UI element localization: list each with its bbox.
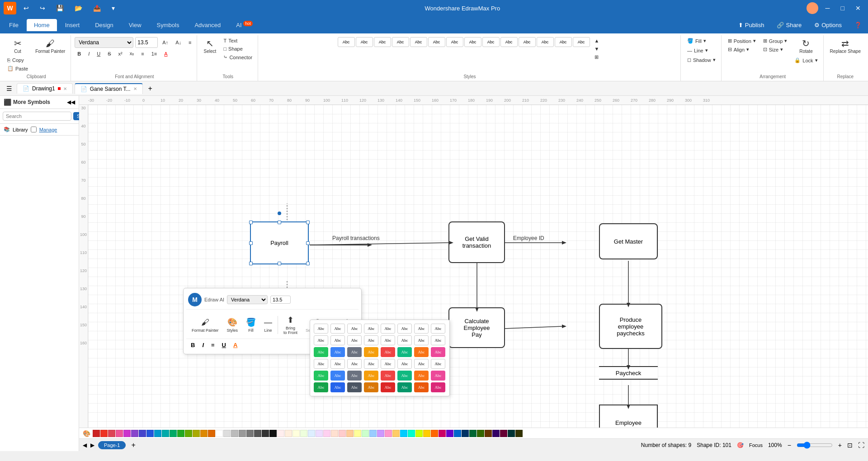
color-swatch-vivid3[interactable]	[415, 430, 423, 437]
manage-link[interactable]: Manage	[39, 127, 57, 132]
style-2-1[interactable]: Abc	[314, 335, 328, 345]
handle-bc[interactable]	[278, 262, 281, 265]
help-button[interactable]: ❓	[850, 20, 866, 30]
ft-bring-front-button[interactable]: ⬆ Bringto Front	[280, 313, 301, 337]
style-6-2[interactable]: Abc	[330, 382, 345, 392]
ft-underline-button[interactable]: U	[219, 341, 229, 349]
color-swatch-dark2[interactable]	[469, 430, 476, 437]
node-employee[interactable]: Employee	[599, 405, 658, 428]
style-2-5[interactable]: Abc	[381, 335, 395, 345]
color-swatch-green1[interactable]	[170, 430, 177, 437]
color-swatch-light1[interactable]	[339, 430, 346, 437]
color-swatch-light4[interactable]	[362, 430, 369, 437]
style-5-5[interactable]: Abc	[381, 371, 395, 381]
color-swatch-orange1[interactable]	[200, 430, 208, 437]
minimize-button[interactable]: ─	[822, 4, 834, 13]
menu-tab-file[interactable]: File	[2, 19, 26, 31]
style-5-1[interactable]: Abc	[314, 371, 328, 381]
color-swatch-light6[interactable]	[377, 430, 384, 437]
style-4-2[interactable]: Abc	[330, 359, 345, 369]
style-item-14[interactable]: Abc	[573, 37, 590, 47]
style-3-3[interactable]: Abc	[347, 347, 362, 357]
font-increase-button[interactable]: A↑	[160, 39, 171, 46]
handle-ml[interactable]	[249, 241, 253, 245]
color-swatch-gray3[interactable]	[239, 430, 246, 437]
style-item-5[interactable]: Abc	[410, 37, 427, 47]
color-swatch-pastel8[interactable]	[331, 430, 338, 437]
style-3-2[interactable]: Abc	[330, 347, 345, 357]
color-swatch-dark7[interactable]	[508, 430, 515, 437]
panel-toggle-button[interactable]: ☰	[4, 84, 15, 93]
style-4-8[interactable]: Abc	[431, 359, 445, 369]
style-4-6[interactable]: Abc	[397, 359, 412, 369]
close-drawing1-button[interactable]: ✕	[63, 86, 67, 91]
color-swatch-cyan1[interactable]	[154, 430, 161, 437]
color-swatch-pastel4[interactable]	[300, 430, 307, 437]
style-1-6[interactable]: Abc	[397, 324, 412, 334]
style-6-6[interactable]: Abc	[397, 382, 412, 392]
bullets-button[interactable]: ≡	[138, 50, 146, 57]
redo-button[interactable]: ↪	[36, 4, 49, 13]
node-get-master[interactable]: Get Master	[599, 223, 658, 259]
node-calc-pay[interactable]: Calculate Employee Pay	[448, 307, 505, 348]
manage-checkbox[interactable]	[31, 127, 37, 132]
rotate-button[interactable]: ↻Rotate	[792, 37, 820, 56]
fill-button[interactable]: 🪣 Fill ▾	[684, 37, 709, 45]
italic-button[interactable]: I	[85, 50, 92, 57]
style-6-1[interactable]: Abc	[314, 382, 328, 392]
color-swatch-vivid5[interactable]	[431, 430, 438, 437]
size-button[interactable]: ⊡ Size ▾	[760, 46, 790, 53]
color-swatch-red3[interactable]	[108, 430, 115, 437]
style-2-6[interactable]: Abc	[397, 335, 412, 345]
color-swatch-light8[interactable]	[392, 430, 400, 437]
font-color-button[interactable]: A	[161, 50, 170, 57]
style-item-8[interactable]: Abc	[464, 37, 481, 47]
style-1-3[interactable]: Abc	[347, 324, 362, 334]
style-5-3[interactable]: Abc	[347, 371, 362, 381]
style-2-8[interactable]: Abc	[431, 335, 445, 345]
style-4-5[interactable]: Abc	[381, 359, 395, 369]
rotation-handle[interactable]	[278, 212, 281, 215]
menu-tab-design[interactable]: Design	[88, 19, 120, 31]
color-swatch-pastel1[interactable]	[277, 430, 284, 437]
color-swatch-green2[interactable]	[177, 430, 184, 437]
style-1-5[interactable]: Abc	[381, 324, 395, 334]
style-5-6[interactable]: Abc	[397, 371, 412, 381]
ft-italic-button[interactable]: I	[199, 341, 207, 349]
handle-br[interactable]	[306, 262, 310, 265]
menu-tab-home[interactable]: Home	[27, 19, 57, 31]
zoom-slider[interactable]	[797, 442, 833, 449]
save-button[interactable]: 💾	[52, 4, 67, 13]
color-swatch-dark1[interactable]	[462, 430, 469, 437]
add-page-button[interactable]: +	[129, 441, 137, 449]
lock-button[interactable]: 🔒 Lock ▾	[792, 56, 820, 64]
format-painter-button[interactable]: 🖌Format Painter	[33, 37, 68, 56]
color-swatch-white[interactable]	[216, 430, 223, 437]
doc-tab-gane-sarson[interactable]: 📄 Gane Sarson T... ✕	[75, 83, 143, 94]
superscript-button[interactable]: x²	[116, 50, 125, 57]
color-swatch-teal1[interactable]	[162, 430, 169, 437]
paste-button[interactable]: 📋Paste	[5, 65, 31, 72]
style-1-2[interactable]: Abc	[330, 324, 345, 334]
color-swatch-blue1[interactable]	[139, 430, 146, 437]
ft-line-button[interactable]: — Line	[260, 316, 276, 334]
align-button[interactable]: ⊟ Align ▾	[725, 46, 759, 53]
style-3-1[interactable]: Abc	[314, 347, 328, 357]
color-swatch-pastel3[interactable]	[292, 430, 300, 437]
style-2-2[interactable]: Abc	[330, 335, 345, 345]
node-paycheck[interactable]: Paycheck	[599, 366, 658, 380]
style-5-4[interactable]: Abc	[364, 371, 378, 381]
handle-tr[interactable]	[306, 221, 310, 224]
color-swatch-dark3[interactable]	[477, 430, 484, 437]
style-3-7[interactable]: Abc	[414, 347, 429, 357]
style-5-2[interactable]: Abc	[330, 371, 345, 381]
color-swatch-vivid7[interactable]	[446, 430, 453, 437]
open-button[interactable]: 📂	[71, 4, 86, 13]
color-swatch-gray6[interactable]	[262, 430, 269, 437]
undo-button[interactable]: ↩	[20, 4, 33, 13]
color-swatch-purple2[interactable]	[131, 430, 138, 437]
share-button[interactable]: 🔗 Share	[772, 20, 806, 30]
font-decrease-button[interactable]: A↓	[173, 39, 184, 46]
style-item-2[interactable]: Abc	[356, 37, 373, 47]
subscript-button[interactable]: x₂	[127, 50, 137, 57]
